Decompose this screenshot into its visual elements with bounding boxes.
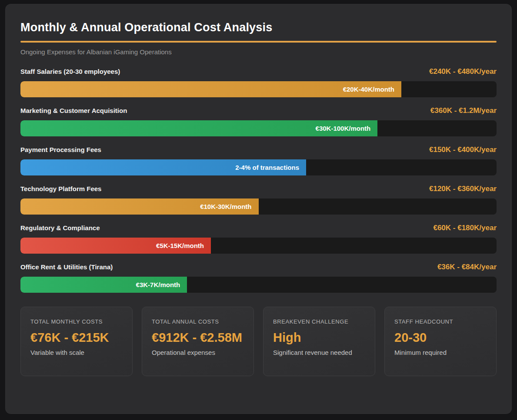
bar-value-label: €20K-40K/month: [343, 86, 394, 93]
bar-track: €3K-7K/month: [20, 277, 497, 293]
bar-value-label: €10K-30K/month: [200, 203, 251, 210]
summary-card-value: High: [273, 331, 365, 345]
summary-card-subtext: Significant revenue needed: [273, 349, 365, 356]
bar-value-label: €3K-7K/month: [136, 281, 180, 288]
bar-fill: €3K-7K/month: [20, 277, 187, 293]
summary-card-value: 20-30: [394, 331, 487, 345]
title-underline: [20, 41, 497, 43]
summary-card: BREAKEVEN CHALLENGE High Significant rev…: [263, 307, 375, 376]
cost-row: Technology Platform Fees €120K - €360K/y…: [20, 185, 497, 215]
summary-card-label: TOTAL MONTHLY COSTS: [30, 318, 123, 325]
summary-card-label: TOTAL ANNUAL COSTS: [152, 318, 244, 325]
summary-card-value: €76K - €215K: [30, 331, 123, 345]
page-subtitle: Ongoing Expenses for Albanian iGaming Op…: [20, 48, 497, 56]
cost-bars-section: Staff Salaries (20-30 employees) €240K -…: [20, 67, 497, 293]
bar-track: €10K-30K/month: [20, 198, 497, 215]
cost-row: Office Rent & Utilities (Tirana) €36K - …: [20, 263, 497, 293]
annual-range-value: €150K - €400K/year: [429, 146, 497, 154]
cost-row: Regulatory & Compliance €60K - €180K/yea…: [20, 224, 497, 254]
bar-track: €30K-100K/month: [20, 120, 497, 136]
bar-fill: €5K-15K/month: [20, 238, 211, 254]
cost-analysis-panel: Monthly & Annual Operational Cost Analys…: [6, 4, 511, 413]
summary-card-label: STAFF HEADCOUNT: [394, 318, 487, 325]
summary-card-value: €912K - €2.58M: [152, 331, 244, 345]
summary-card: TOTAL ANNUAL COSTS €912K - €2.58M Operat…: [142, 307, 254, 376]
cost-category-label: Marketing & Customer Acquisition: [20, 107, 127, 114]
bar-fill: €30K-100K/month: [20, 120, 377, 136]
cost-category-label: Payment Processing Fees: [20, 146, 101, 153]
summary-card-subtext: Minimum required: [394, 349, 487, 356]
bar-value-label: €30K-100K/month: [316, 125, 371, 132]
bar-track: 2-4% of transactions: [20, 159, 497, 175]
bar-track: €5K-15K/month: [20, 238, 497, 254]
cost-row: Staff Salaries (20-30 employees) €240K -…: [20, 67, 497, 97]
summary-card-subtext: Variable with scale: [30, 349, 123, 356]
bar-fill: €10K-30K/month: [20, 198, 259, 215]
cost-row: Marketing & Customer Acquisition €360K -…: [20, 106, 497, 136]
annual-range-value: €60K - €180K/year: [433, 224, 497, 232]
annual-range-value: €120K - €360K/year: [429, 185, 497, 193]
summary-cards-section: TOTAL MONTHLY COSTS €76K - €215K Variabl…: [20, 307, 497, 376]
bar-fill: €20K-40K/month: [20, 81, 401, 97]
summary-card-label: BREAKEVEN CHALLENGE: [273, 318, 365, 325]
annual-range-value: €36K - €84K/year: [437, 263, 497, 271]
summary-card: TOTAL MONTHLY COSTS €76K - €215K Variabl…: [20, 307, 133, 376]
summary-card: STAFF HEADCOUNT 20-30 Minimum required: [384, 307, 497, 376]
cost-category-label: Staff Salaries (20-30 employees): [20, 68, 120, 75]
cost-category-label: Office Rent & Utilities (Tirana): [20, 263, 113, 271]
bar-track: €20K-40K/month: [20, 81, 497, 97]
bar-value-label: 2-4% of transactions: [235, 164, 299, 171]
cost-category-label: Regulatory & Compliance: [20, 224, 100, 231]
page-title: Monthly & Annual Operational Cost Analys…: [20, 21, 497, 34]
summary-card-subtext: Operational expenses: [152, 349, 244, 356]
bar-fill: 2-4% of transactions: [20, 159, 306, 175]
bar-value-label: €5K-15K/month: [156, 242, 204, 249]
annual-range-value: €240K - €480K/year: [429, 67, 497, 76]
cost-row: Payment Processing Fees €150K - €400K/ye…: [20, 146, 497, 175]
cost-category-label: Technology Platform Fees: [20, 185, 101, 192]
annual-range-value: €360K - €1.2M/year: [430, 106, 497, 115]
